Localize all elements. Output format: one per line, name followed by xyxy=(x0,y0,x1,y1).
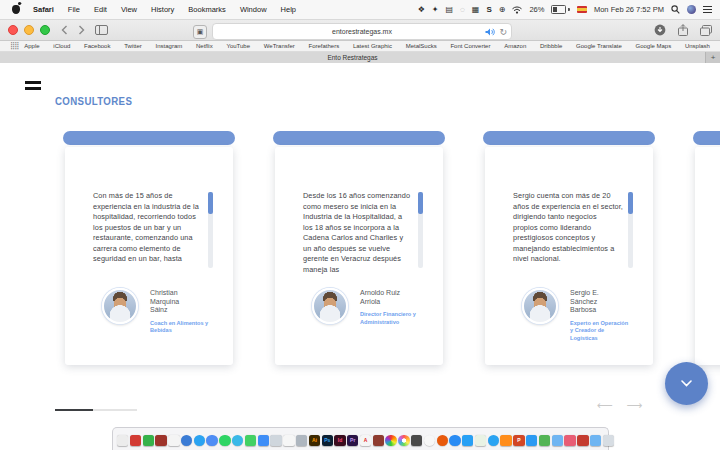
dock-messages-icon[interactable] xyxy=(258,435,269,446)
airplay-icon[interactable]: ▦ xyxy=(472,6,480,14)
tab-overview-icon[interactable] xyxy=(700,25,712,36)
dock-mail-icon[interactable] xyxy=(462,435,473,446)
hamburger-menu-icon[interactable] xyxy=(25,81,41,93)
bookmark-item[interactable]: Netflix xyxy=(196,43,213,49)
bookmark-item[interactable]: Apple xyxy=(24,43,39,49)
hand-icon[interactable]: ✦ xyxy=(432,6,439,14)
siri-icon[interactable] xyxy=(687,5,696,14)
bio-scrollbar[interactable] xyxy=(208,192,213,268)
dock-premiere-icon[interactable]: Pr xyxy=(347,435,358,446)
dock-photos-icon[interactable] xyxy=(398,435,409,446)
target-icon[interactable]: ⊕ xyxy=(499,6,506,14)
apple-logo-icon[interactable] xyxy=(12,5,20,14)
dock-app-red-icon[interactable] xyxy=(130,435,141,446)
bookmark-item[interactable]: Dribbble xyxy=(540,43,562,49)
bookmark-item[interactable]: Google Maps xyxy=(635,43,671,49)
window-close-button[interactable] xyxy=(8,25,18,35)
bookmark-item[interactable]: Font Converter xyxy=(450,43,490,49)
bookmark-item[interactable]: Forefathers xyxy=(309,43,340,49)
bookmark-item[interactable]: Google Translate xyxy=(576,43,622,49)
new-tab-button[interactable]: + xyxy=(706,52,720,63)
sidebar-icon[interactable] xyxy=(95,25,108,35)
menu-app-name[interactable]: Safari xyxy=(33,5,54,14)
spotlight-icon[interactable] xyxy=(671,5,680,14)
dock-pages-icon[interactable] xyxy=(283,435,294,446)
reload-icon[interactable]: ↻ xyxy=(499,27,507,37)
dock-app-orange-icon[interactable] xyxy=(437,435,448,446)
dock-chrome-icon[interactable] xyxy=(206,435,217,446)
bookmark-item[interactable]: iCloud xyxy=(53,43,70,49)
dock-illustrator-icon[interactable]: Ai xyxy=(309,435,320,446)
carousel-prev-button[interactable]: ⟵ xyxy=(597,399,627,411)
dock-color-wheel-icon[interactable] xyxy=(385,435,396,446)
dock-app-store-icon[interactable] xyxy=(449,435,460,446)
bookmark-item[interactable]: MetalSucks xyxy=(406,43,437,49)
dock-display-pink-icon[interactable] xyxy=(564,435,575,446)
dock-acrobat-icon[interactable]: A xyxy=(360,435,371,446)
dock-app-blue-icon[interactable] xyxy=(181,435,192,446)
dock-itunes-icon[interactable] xyxy=(424,435,435,446)
menu-item-history[interactable]: History xyxy=(151,5,174,14)
bookmark-item[interactable]: Unsplash xyxy=(685,43,710,49)
back-button[interactable] xyxy=(61,25,68,35)
tab-active[interactable]: Ento Restrategas xyxy=(0,52,706,63)
bookmark-item[interactable]: Twitter xyxy=(124,43,142,49)
dock-whatsapp-icon[interactable] xyxy=(219,435,230,446)
share-icon[interactable] xyxy=(678,24,688,36)
dock-app-teal-icon[interactable] xyxy=(232,435,243,446)
dock-preview-icon[interactable] xyxy=(296,435,307,446)
bookmark-item[interactable]: WeTransfer xyxy=(264,43,295,49)
dock-downloads-folder-icon[interactable] xyxy=(590,435,601,446)
bookmark-item[interactable]: Latest Graphic xyxy=(353,43,392,49)
dock-evernote-icon[interactable] xyxy=(143,435,154,446)
docs-icon[interactable]: ▤ xyxy=(446,6,454,14)
dock-notes-icon[interactable] xyxy=(117,435,128,446)
dock-safari-icon[interactable] xyxy=(194,435,205,446)
carousel-progress[interactable] xyxy=(55,409,137,411)
battery-icon[interactable] xyxy=(551,5,570,14)
dock-photoshop-icon[interactable]: Ps xyxy=(322,435,333,446)
download-icon[interactable] xyxy=(654,24,666,36)
wifi-icon[interactable] xyxy=(512,6,522,14)
menu-item-window[interactable]: Window xyxy=(240,5,267,14)
forward-button[interactable] xyxy=(78,25,85,35)
menu-item-view[interactable]: View xyxy=(121,5,137,14)
dock-app-red2-icon[interactable] xyxy=(577,435,588,446)
address-bar[interactable]: entorestrategas.mx ↻ xyxy=(212,23,512,40)
menu-item-help[interactable]: Help xyxy=(281,5,296,14)
dock-maps-icon[interactable] xyxy=(475,435,486,446)
window-minimize-button[interactable] xyxy=(24,25,34,35)
dock-facetime-icon[interactable] xyxy=(245,435,256,446)
dock-keynote-icon[interactable] xyxy=(526,435,537,446)
dock-trash-icon[interactable] xyxy=(603,435,614,446)
dock-app-maroon-icon[interactable] xyxy=(155,435,166,446)
chat-widget-button[interactable] xyxy=(665,362,708,405)
dock-numbers-icon[interactable] xyxy=(539,435,550,446)
menu-item-file[interactable]: File xyxy=(68,5,80,14)
notification-center-icon[interactable] xyxy=(703,4,712,15)
bookmarks-grid-icon[interactable]: ⣿⣿ xyxy=(10,42,18,50)
menu-clock[interactable]: Mon Feb 26 7:52 PM xyxy=(594,5,664,14)
carousel-next-button[interactable]: ⟶ xyxy=(627,399,657,411)
bio-scrollbar[interactable] xyxy=(628,192,633,268)
dock-vlc-icon[interactable] xyxy=(500,435,511,446)
dock-photo-booth-icon[interactable] xyxy=(411,435,422,446)
menu-item-bookmarks[interactable]: Bookmarks xyxy=(188,5,226,14)
bookmark-item[interactable]: Instagram xyxy=(156,43,183,49)
cloud-icon[interactable]: ◌ xyxy=(460,6,465,14)
bookmark-item[interactable]: Amazon xyxy=(504,43,526,49)
extension-icon[interactable]: ▣ xyxy=(193,25,207,39)
bookmark-item[interactable]: Facebook xyxy=(84,43,110,49)
dock-app-rust-icon[interactable] xyxy=(373,435,384,446)
dock-indesign-icon[interactable]: Id xyxy=(334,435,345,446)
bio-scrollbar[interactable] xyxy=(418,192,423,268)
dock-laptop-gray-icon[interactable] xyxy=(270,435,281,446)
dock-folder-blue-icon[interactable] xyxy=(552,435,563,446)
dropbox-icon[interactable]: ❖ xyxy=(418,6,425,14)
window-zoom-button[interactable] xyxy=(40,25,50,35)
dock-powerpoint-icon[interactable]: P xyxy=(513,435,524,446)
dock-safari-alt-icon[interactable] xyxy=(488,435,499,446)
skitch-icon[interactable]: S xyxy=(486,6,491,14)
menu-item-edit[interactable]: Edit xyxy=(94,5,107,14)
audio-speaker-icon[interactable] xyxy=(485,28,495,36)
